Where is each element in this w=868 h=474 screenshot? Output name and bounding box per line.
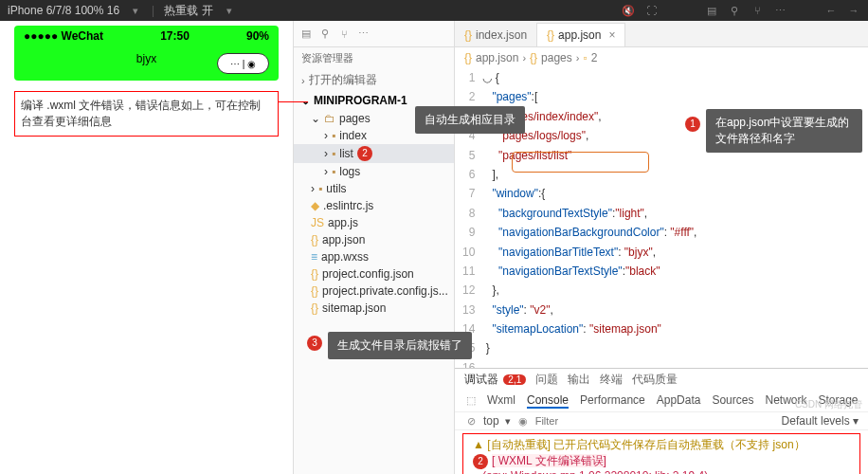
expand-icon[interactable]: ⛶ bbox=[644, 4, 658, 17]
inspect-icon[interactable]: ⬚ bbox=[466, 393, 476, 407]
top-context[interactable]: top bbox=[483, 414, 499, 428]
tab-debugger[interactable]: 调试器 2,1 bbox=[464, 372, 526, 388]
breadcrumb[interactable]: {} app.json › {} pages › ▫ 2 bbox=[455, 47, 868, 68]
tab-terminal[interactable]: 终端 bbox=[600, 372, 623, 388]
phone-preview: ●●●●● WeChat 17:50 90% bjyx ⋯ | ◉ bbox=[14, 26, 279, 81]
more-icon[interactable]: ⋯ bbox=[773, 4, 787, 17]
open-editors-section[interactable]: › 打开的编辑器 bbox=[294, 69, 454, 91]
battery-label: 90% bbox=[246, 29, 269, 43]
files-icon[interactable]: ▤ bbox=[705, 4, 718, 17]
files-icon[interactable]: ▤ bbox=[299, 27, 313, 41]
watermark: CSDN 网络托管 bbox=[795, 398, 862, 411]
device-label[interactable]: iPhone 6/7/8 100% 16 bbox=[8, 4, 119, 17]
clock-label: 17:50 bbox=[160, 29, 190, 43]
close-icon[interactable]: × bbox=[608, 28, 615, 42]
tab-output[interactable]: 输出 bbox=[568, 372, 590, 388]
explorer-title: 资源管理器 bbox=[294, 47, 454, 69]
bottom-panel: 调试器 2,1 问题 输出 终端 代码质量 ⬚ Wxml Console Per… bbox=[455, 368, 868, 474]
console-warn: ▲ [自动热重载] 已开启代码文件保存后自动热重载（不支持 json） bbox=[473, 437, 850, 453]
console-error: 2[ WXML 文件编译错误] (env: Windows,mp,1.06.22… bbox=[473, 453, 850, 474]
explorer-toolbar: ▤ ⚲ ⑂ ⋯ bbox=[294, 21, 454, 47]
compile-error-text: 编译 .wxml 文件错误，错误信息如上，可在控制台查看更详细信息 bbox=[21, 99, 261, 128]
mute-icon[interactable]: 🔇 bbox=[622, 4, 635, 17]
menu-capsule[interactable]: ⋯ | ◉ bbox=[217, 53, 269, 74]
chevron-down-icon[interactable]: ▾ bbox=[223, 4, 236, 17]
app-title: bjyx bbox=[136, 52, 156, 65]
forward-icon[interactable]: → bbox=[847, 4, 860, 17]
tab-app-json[interactable]: {} app.json × bbox=[536, 23, 625, 46]
subtab-sources[interactable]: Sources bbox=[712, 393, 753, 409]
top-toolbar: iPhone 6/7/8 100% 16 ▾ | 热重载 开 ▾ 🔇 ⛶ ▤ ⚲… bbox=[0, 0, 868, 21]
annotation-2: 自动生成相应目录 bbox=[415, 106, 525, 134]
file-appjson[interactable]: {} app.json bbox=[294, 231, 454, 248]
file-projconf[interactable]: {} project.config.json bbox=[294, 265, 454, 283]
filter-input[interactable] bbox=[535, 415, 776, 427]
tab-quality[interactable]: 代码质量 bbox=[632, 372, 678, 388]
levels-select[interactable]: Default levels ▾ bbox=[782, 414, 859, 428]
folder-utils[interactable]: › ▪ utils bbox=[294, 180, 454, 197]
file-sitemap[interactable]: {} sitemap.json bbox=[294, 300, 454, 317]
search-icon[interactable]: ⚲ bbox=[318, 27, 332, 41]
branch-icon[interactable]: ⑂ bbox=[750, 4, 764, 17]
search-icon[interactable]: ⚲ bbox=[728, 4, 741, 17]
back-icon[interactable]: ← bbox=[824, 4, 838, 17]
tab-index-json[interactable]: {} index.json bbox=[455, 24, 536, 46]
file-appwxss[interactable]: ≡ app.wxss bbox=[294, 248, 454, 265]
annotation-1: 1 在app.json中设置要生成的文件路径和名字 bbox=[706, 109, 862, 153]
eye-icon[interactable]: ◉ bbox=[516, 414, 530, 428]
file-appjs[interactable]: JS app.js bbox=[294, 214, 454, 231]
file-eslint[interactable]: ◆ .eslintrc.js bbox=[294, 197, 454, 214]
folder-logs[interactable]: › ▪ logs bbox=[294, 163, 454, 180]
hot-reload-label[interactable]: 热重载 开 bbox=[164, 3, 212, 19]
subtab-console[interactable]: Console bbox=[527, 393, 569, 409]
branch-icon[interactable]: ⑂ bbox=[337, 27, 351, 41]
more-icon[interactable]: ⋯ bbox=[356, 27, 370, 41]
console-output: ▲ [自动热重载] 已开启代码文件保存后自动热重载（不支持 json） 2[ W… bbox=[462, 433, 860, 474]
signal-label: ●●●●● WeChat bbox=[24, 29, 103, 43]
simulator-pane: ●●●●● WeChat 17:50 90% bjyx ⋯ | ◉ 编译 .wx… bbox=[0, 21, 294, 474]
chevron-down-icon[interactable]: ▾ bbox=[129, 4, 142, 17]
badge-2: 2 bbox=[357, 146, 372, 161]
compile-error-box: 编译 .wxml 文件错误，错误信息如上，可在控制台查看更详细信息 bbox=[14, 91, 279, 137]
folder-list[interactable]: › ▪ list 2 bbox=[294, 144, 454, 163]
editor-tabs: {} index.json {} app.json × bbox=[455, 21, 868, 47]
forbid-icon[interactable]: ⊘ bbox=[464, 414, 478, 428]
tab-issues[interactable]: 问题 bbox=[535, 372, 558, 388]
subtab-wxml[interactable]: Wxml bbox=[487, 393, 515, 409]
explorer-pane: ▤ ⚲ ⑂ ⋯ 资源管理器 › 打开的编辑器 ⌄ MINIPROGRAM-1 ⌄… bbox=[294, 21, 455, 474]
subtab-appdata[interactable]: AppData bbox=[657, 393, 701, 409]
file-projpriv[interactable]: {} project.private.config.js... bbox=[294, 283, 454, 300]
annotation-3: 3 生成文件目录后就报错了 bbox=[328, 332, 472, 359]
subtab-performance[interactable]: Performance bbox=[580, 393, 645, 409]
